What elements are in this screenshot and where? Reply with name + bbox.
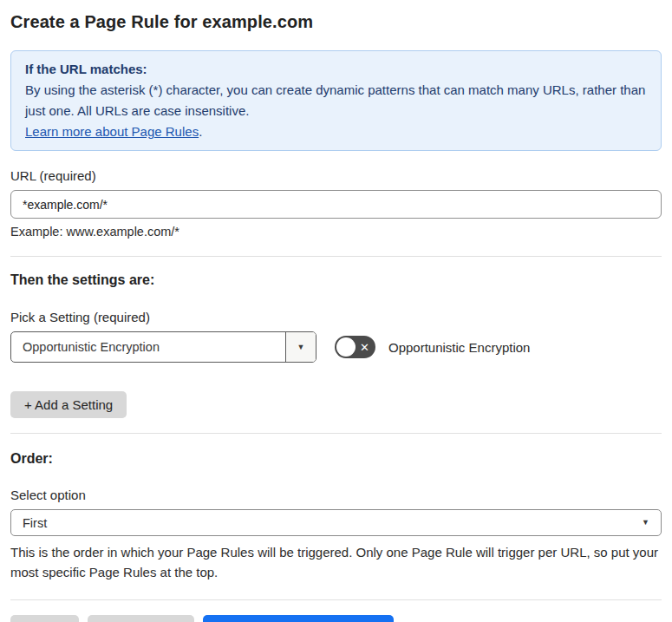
url-input[interactable] [10,190,662,219]
setting-row: Opportunistic Encryption ▼ ✕ Opportunist… [10,331,662,363]
pick-setting-label: Pick a Setting (required) [10,310,662,324]
order-heading: Order: [10,451,662,467]
divider [10,256,662,257]
save-as-draft-button[interactable]: Save as Draft [88,615,194,622]
setting-dropdown-arrow-button[interactable]: ▼ [285,332,316,362]
info-box-link-line: Learn more about Page Rules. [25,121,647,142]
divider [10,433,662,434]
learn-more-link[interactable]: Learn more about Page Rules [25,124,199,139]
url-label: URL (required) [10,168,662,183]
chevron-down-icon: ▼ [297,344,305,351]
save-and-deploy-button[interactable]: Save and Deploy Page Rule [203,615,394,622]
page-title: Create a Page Rule for example.com [10,12,662,32]
add-setting-button[interactable]: + Add a Setting [10,391,127,418]
settings-heading: Then the settings are: [10,272,662,288]
order-help-text: This is the order in which your Page Rul… [10,542,662,582]
toggle-off-x-icon: ✕ [360,342,369,353]
url-example-text: Example: www.example.com/* [10,225,662,239]
url-match-info-box: If the URL matches: By using the asteris… [10,50,662,151]
setting-dropdown[interactable]: Opportunistic Encryption ▼ [10,331,316,363]
divider [10,599,662,600]
opportunistic-encryption-toggle[interactable]: ✕ [335,336,375,358]
setting-dropdown-value: Opportunistic Encryption [11,332,285,362]
toggle-knob [336,337,356,357]
select-option-label: Select option [10,488,662,502]
footer-actions: Cancel Save as Draft Save and Deploy Pag… [10,615,662,622]
page-rule-form: Create a Page Rule for example.com If th… [0,0,672,622]
order-select[interactable]: First ▼ [10,509,662,536]
order-select-value: First [23,516,642,530]
info-box-heading: If the URL matches: [25,59,647,80]
chevron-down-icon: ▼ [642,519,649,527]
toggle-label: Opportunistic Encryption [388,340,530,355]
link-suffix: . [199,124,202,139]
cancel-button[interactable]: Cancel [10,615,79,622]
info-box-body: By using the asterisk (*) character, you… [25,80,647,121]
